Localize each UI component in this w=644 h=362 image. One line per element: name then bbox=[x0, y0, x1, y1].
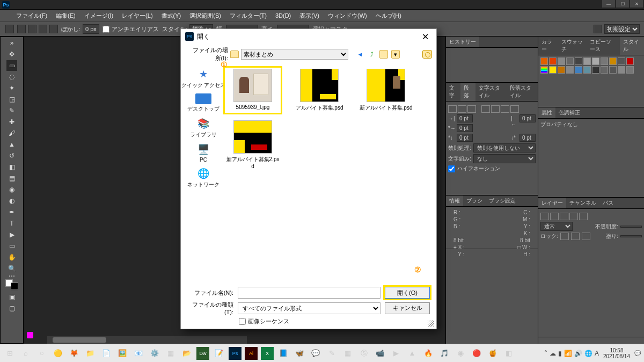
workspace-switcher[interactable]: 初期設定 bbox=[604, 24, 640, 34]
indent-left-input[interactable]: 0 pt bbox=[457, 114, 473, 122]
paragraph-tab[interactable]: 段落 bbox=[460, 83, 475, 101]
minimize-button[interactable]: — bbox=[602, 0, 615, 8]
quick-select-tool[interactable]: ✦ bbox=[6, 83, 17, 93]
taskbar-music-icon[interactable]: 🎵 bbox=[438, 347, 451, 360]
style-swatch[interactable] bbox=[592, 57, 599, 65]
taskbar-app-icon[interactable]: ◧ bbox=[502, 347, 515, 360]
place-pc[interactable]: 🖥️PC bbox=[196, 143, 211, 163]
taskbar-explorer-icon[interactable]: 📁 bbox=[84, 347, 97, 360]
hyphenation-checkbox[interactable] bbox=[448, 165, 455, 172]
adjustments-tab[interactable]: 色調補正 bbox=[555, 107, 583, 118]
tray-battery-icon[interactable]: ▮ bbox=[558, 350, 562, 357]
style-swatch[interactable] bbox=[540, 66, 548, 74]
menu-edit[interactable]: 編集(E) bbox=[53, 11, 79, 21]
style-swatch[interactable] bbox=[601, 66, 608, 74]
menu-window[interactable]: ウィンドウ(W) bbox=[325, 11, 370, 21]
style-swatch[interactable] bbox=[609, 66, 617, 74]
dodge-tool[interactable]: ◐ bbox=[6, 196, 17, 206]
nav-recent-icon[interactable] bbox=[379, 50, 388, 59]
swatches-tab[interactable]: スウォッチ bbox=[558, 37, 587, 55]
menu-select[interactable]: 選択範囲(S) bbox=[186, 11, 224, 21]
taskbar-app-icon[interactable]: 📘 bbox=[277, 347, 290, 360]
horizontal-scrollbar[interactable] bbox=[47, 336, 247, 344]
channels-tab[interactable]: チャンネル bbox=[566, 198, 599, 208]
taskbar-app-icon[interactable]: 🦋 bbox=[293, 347, 306, 360]
style-swatch[interactable] bbox=[575, 57, 582, 65]
eyedropper-tool[interactable]: ✎ bbox=[6, 105, 17, 116]
justify-right-icon[interactable] bbox=[501, 105, 509, 113]
filter-pixel-icon[interactable] bbox=[540, 213, 549, 220]
quick-mask-toggle[interactable]: ▣ bbox=[6, 292, 17, 302]
taskbar-app-icon[interactable]: ✎ bbox=[325, 347, 338, 360]
feather-input[interactable]: 0 px bbox=[83, 24, 99, 34]
taskbar-zoom-icon[interactable]: 📹 bbox=[374, 347, 386, 360]
camera-icon[interactable] bbox=[422, 50, 432, 59]
taskbar-firefox-icon[interactable]: 🦊 bbox=[68, 347, 80, 360]
place-desktop[interactable]: デスクトップ bbox=[187, 93, 219, 113]
taskbar-dreamweaver-icon[interactable]: Dw bbox=[196, 347, 209, 360]
resize-grip[interactable] bbox=[428, 320, 434, 327]
maximize-button[interactable]: ☐ bbox=[616, 0, 629, 8]
align-left-icon[interactable] bbox=[448, 105, 457, 113]
taskbar-photoshop-icon[interactable]: Ps bbox=[229, 347, 241, 360]
notification-center-button[interactable]: 💬 bbox=[634, 350, 641, 356]
bool-intersect-icon[interactable] bbox=[49, 25, 58, 33]
parastyle-tab[interactable]: 段落スタイル bbox=[507, 83, 538, 101]
taskbar-record-icon[interactable]: 🔴 bbox=[470, 347, 483, 360]
healing-tool[interactable]: ✚ bbox=[6, 117, 17, 127]
style-swatch[interactable] bbox=[558, 66, 565, 74]
style-swatch[interactable] bbox=[626, 66, 634, 74]
open-button[interactable]: 開く(O) bbox=[385, 287, 430, 299]
taskbar-chrome-icon[interactable]: 🟡 bbox=[52, 347, 64, 360]
style-swatch[interactable] bbox=[549, 66, 557, 74]
tray-wifi-icon[interactable]: 📶 bbox=[564, 350, 572, 357]
type-tool[interactable]: T bbox=[6, 218, 17, 229]
file-item[interactable]: アルバイト募集.psd bbox=[292, 69, 346, 112]
menu-view[interactable]: 表示(V) bbox=[296, 11, 323, 21]
charstyle-tab[interactable]: 文字スタイル bbox=[475, 83, 507, 101]
scrollbar-thumb[interactable] bbox=[53, 337, 106, 343]
marquee-tool[interactable]: ▭ bbox=[6, 60, 17, 71]
style-swatch[interactable] bbox=[601, 57, 608, 65]
color-tab[interactable]: カラー bbox=[538, 37, 558, 55]
menu-filter[interactable]: フィルター(T) bbox=[226, 11, 270, 21]
place-network[interactable]: 🌐ネットワーク bbox=[187, 167, 219, 189]
expand-tools-icon[interactable]: » bbox=[6, 38, 17, 48]
filename-input[interactable] bbox=[238, 287, 380, 299]
pen-tool[interactable]: ✒ bbox=[6, 207, 17, 218]
info-tab[interactable]: 情報 bbox=[446, 196, 463, 206]
search-icon[interactable] bbox=[594, 25, 602, 33]
menu-help[interactable]: ヘルプ(H) bbox=[372, 11, 405, 21]
location-select[interactable]: 素材まとめ bbox=[241, 49, 348, 60]
taskbar-notes-icon[interactable]: 📄 bbox=[100, 347, 113, 360]
marquee-mode-icon[interactable] bbox=[5, 25, 14, 33]
shape-tool[interactable]: ▭ bbox=[6, 241, 17, 251]
bool-add-icon[interactable] bbox=[28, 25, 36, 33]
start-button[interactable]: ⊞ bbox=[3, 347, 16, 360]
style-swatch[interactable] bbox=[575, 66, 582, 74]
nav-up-icon[interactable]: ⤴ bbox=[368, 50, 376, 59]
lock-position-icon[interactable] bbox=[571, 233, 580, 240]
style-swatch[interactable] bbox=[618, 57, 625, 65]
filter-shape-icon[interactable] bbox=[569, 213, 578, 220]
justify-left-icon[interactable] bbox=[481, 105, 490, 113]
justify-all-icon[interactable] bbox=[510, 105, 519, 113]
layers-tab[interactable]: レイヤー bbox=[538, 198, 566, 208]
file-item[interactable]: 5095939_l.jpg bbox=[226, 69, 280, 112]
style-swatch[interactable] bbox=[540, 57, 548, 65]
style-swatch[interactable] bbox=[566, 57, 574, 65]
taskbar-app-icon[interactable]: ◉ bbox=[454, 347, 467, 360]
style-swatch[interactable] bbox=[583, 57, 591, 65]
cortana-button[interactable]: ○ bbox=[35, 347, 48, 360]
fg-bg-color[interactable] bbox=[4, 278, 19, 291]
properties-tab[interactable]: 属性 bbox=[538, 107, 555, 118]
indent-right-input[interactable]: 0 pt bbox=[519, 114, 536, 122]
hand-tool[interactable]: ✋ bbox=[6, 252, 17, 263]
character-tab[interactable]: 文字 bbox=[446, 83, 460, 101]
taskbar-outlook-icon[interactable]: 📧 bbox=[132, 347, 145, 360]
taskbar-clock[interactable]: 10:58 2021/08/14 bbox=[603, 347, 630, 359]
place-libraries[interactable]: 📚ライブラリ bbox=[190, 117, 217, 139]
move-tool[interactable]: ✥ bbox=[6, 49, 17, 60]
taskbar-app-icon[interactable]: ▦ bbox=[341, 347, 354, 360]
tray-globe-icon[interactable]: 🌐 bbox=[584, 350, 592, 357]
